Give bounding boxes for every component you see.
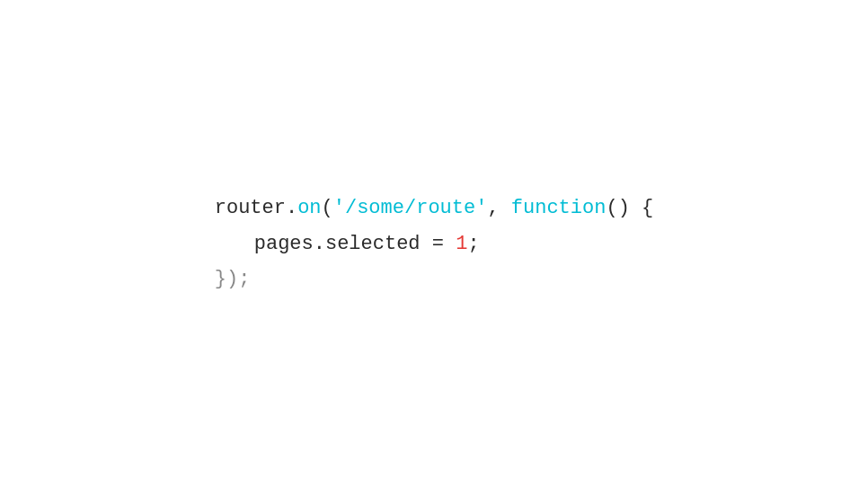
code-block: router . on ( '/some/route' , function (… [161,155,708,333]
semicolon: ; [467,226,479,262]
selected-prop: selected [325,226,421,262]
dot-2: . [314,226,325,262]
space-4 [444,226,456,262]
number-value: 1 [456,226,467,262]
comma: , [487,191,499,226]
brace-open: { [642,191,653,226]
route-string: '/some/route' [333,191,488,226]
paren-args: () [606,191,629,226]
equals-sign: = [432,226,444,262]
method-on: on [297,191,321,226]
keyword-function: function [511,191,607,226]
space-2 [630,191,642,226]
paren-open: ( [322,191,333,226]
dot-1: . [286,191,297,226]
space-1 [500,191,511,226]
code-line-3: }); [215,262,654,297]
closing-braces: }); [215,262,251,297]
code-line-2: pages . selected = 1 ; [215,226,654,262]
code-line-1: router . on ( '/some/route' , function (… [215,191,654,226]
pages-keyword: pages [254,226,314,262]
space-3 [421,226,432,262]
keyword-router: router [215,191,286,226]
